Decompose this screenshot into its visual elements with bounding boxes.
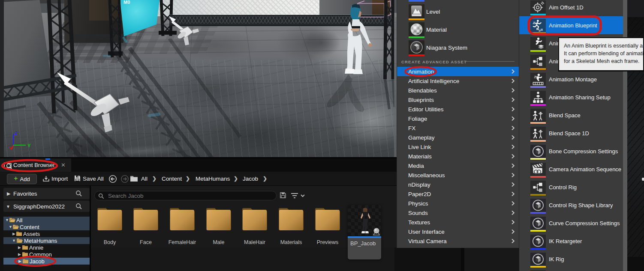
svg-text:Y: Y [27, 143, 31, 148]
svg-text:Z: Z [15, 131, 17, 136]
